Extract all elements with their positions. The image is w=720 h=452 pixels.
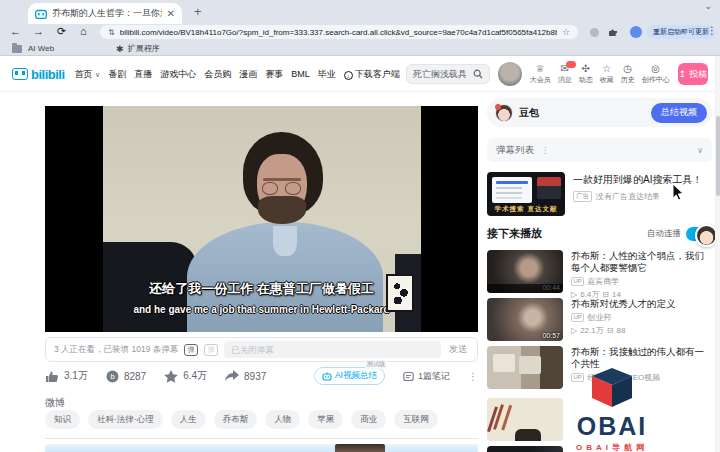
tag-item[interactable]: 人物 <box>265 410 300 429</box>
jobs-beard <box>258 196 306 224</box>
doubao-avatar <box>495 104 513 122</box>
doubao-plugin-bar: 豆包 总结视频 <box>487 98 712 127</box>
favorite-button[interactable]: 6.4万 <box>164 369 207 383</box>
thumb-up-icon <box>45 370 59 383</box>
nav-bangumi[interactable]: 番剧 <box>108 68 126 81</box>
danmaku-send-button[interactable]: 发送 <box>447 343 469 356</box>
search-input: 死亡搁浅载具 <box>413 68 469 81</box>
video-player[interactable]: 还给了我一份工作 在惠普工厂做暑假工 and he gave me a job … <box>45 106 478 332</box>
like-button[interactable]: 3.1万 <box>45 369 88 383</box>
search-box[interactable]: 死亡搁浅载具 <box>406 64 490 84</box>
video-title[interactable]: 乔布斯：人性的这个弱点，我们每个人都要警惕它 <box>571 250 712 274</box>
play-count-icon: ▷ <box>571 326 577 335</box>
video-stats-row: 3.1万 b 8287 6.4万 8937 测试版 AI视频总结 1篇笔记 ⋮ <box>45 364 478 388</box>
bookmark-ai-web[interactable]: AI Web <box>28 44 54 53</box>
share-button[interactable]: 8937 <box>225 370 266 382</box>
update-button[interactable]: 重新启动即可更新 <box>647 25 715 39</box>
beta-tag: 测试版 <box>365 360 387 369</box>
danmaku-settings-icon[interactable]: 弹 <box>204 344 218 356</box>
message-badge <box>566 61 576 68</box>
glasses-left <box>262 182 278 195</box>
notes-button[interactable]: 1篇笔记 <box>403 370 450 383</box>
up-next-label: 接下来播放 <box>487 226 542 241</box>
filter-icon[interactable]: ⋮ <box>541 146 549 155</box>
creator-icon: ◎ <box>651 64 660 74</box>
summarize-video-button[interactable]: 总结视频 <box>651 103 707 123</box>
mouse-cursor <box>672 183 685 201</box>
video-thumbnail[interactable]: 00:57 <box>487 298 563 341</box>
tag-item[interactable]: 知识 <box>45 410 80 429</box>
page-scrollbar[interactable] <box>715 56 720 452</box>
tag-item[interactable]: 乔布斯 <box>214 410 258 429</box>
upload-button[interactable]: ↥投稿 <box>678 63 708 85</box>
bottom-banner[interactable] <box>45 444 478 452</box>
ad-title[interactable]: 一款好用到爆的AI搜索工具！ <box>573 174 712 187</box>
danmaku-input[interactable] <box>224 341 441 358</box>
video-title[interactable]: 乔布斯对优秀人才的定义 <box>571 298 712 310</box>
more-options-icon[interactable]: ⋮ <box>468 371 478 382</box>
clock-icon: ◷ <box>623 64 632 74</box>
nav-home[interactable]: 首页 ∨ <box>75 68 101 81</box>
menu-history[interactable]: ◷历史 <box>621 64 635 85</box>
ad-thumbnail[interactable]: 学术搜索 直达文献 <box>487 172 565 216</box>
bilibili-logo[interactable]: bilibili <box>12 67 65 82</box>
browser-menu-icon[interactable]: ⋮ <box>707 25 717 36</box>
tag-item[interactable]: 苹果 <box>308 410 343 429</box>
nav-game-center[interactable]: 游戏中心 <box>160 68 196 81</box>
menu-feed[interactable]: ✣动态 <box>579 64 593 85</box>
doubao-name: 豆包 <box>519 106 645 120</box>
extension-icon[interactable] <box>590 28 599 37</box>
back-button[interactable]: ← <box>10 26 21 37</box>
site-info-icon[interactable]: ⇅ <box>108 28 115 37</box>
user-avatar[interactable] <box>498 62 522 86</box>
search-icon[interactable] <box>473 69 483 79</box>
bookmark-star-icon[interactable]: ☆ <box>562 27 570 37</box>
nav-download-client[interactable]: ↓下载客户端 <box>344 68 400 81</box>
forward-button[interactable]: → <box>33 26 44 37</box>
coin-button[interactable]: b 8287 <box>106 370 146 383</box>
reload-button[interactable]: ⟳ <box>57 26 66 37</box>
extensions-puzzle-icon[interactable] <box>608 27 618 37</box>
upload-icon: ↥ <box>679 69 687 79</box>
chevron-down-icon: ∨ <box>95 71 100 78</box>
share-arrow-icon <box>225 370 239 382</box>
home-button[interactable]: ⌂ <box>80 26 87 37</box>
new-tab-button[interactable]: + <box>194 4 202 19</box>
nav-manga[interactable]: 漫画 <box>239 68 257 81</box>
coin-icon: b <box>106 370 119 383</box>
bookmark-extensions[interactable]: ✱ 扩展程序 <box>116 43 160 54</box>
menu-creator-center[interactable]: ◎创作中心 <box>642 64 670 85</box>
favorite-star-icon <box>164 370 178 383</box>
video-thumbnail[interactable]: 00:44 <box>487 250 563 293</box>
nav-bml[interactable]: BML <box>291 69 310 79</box>
tab-close-icon[interactable]: ✕ <box>167 9 175 19</box>
related-video-2[interactable]: 00:57 乔布斯对优秀人才的定义 UP创业邦 ▷22.1万⊟88 <box>487 298 712 341</box>
ai-summary-wrap: 测试版 AI视频总结 <box>314 367 385 385</box>
nav-esports[interactable]: 赛事 <box>265 68 283 81</box>
autoplay-label: 自动连播 <box>647 228 681 240</box>
ai-summary-button[interactable]: AI视频总结 <box>314 367 385 385</box>
user-menu: ♕大会员 ✉消息 ✣动态 ☆收藏 ◷历史 ◎创作中心 <box>530 64 670 85</box>
tag-item[interactable]: 商业 <box>351 410 386 429</box>
nav-graduation[interactable]: 毕业 <box>318 68 336 81</box>
screen: 乔布斯的人生哲学：一旦你意… ✕ + ⌄ ← → ⟳ ⌂ ⇅ bilibili.… <box>0 0 720 452</box>
menu-vip[interactable]: ♕大会员 <box>530 64 551 85</box>
tag-item[interactable]: 社科·法律·心理 <box>88 410 163 429</box>
tag-item[interactable]: 人生 <box>171 410 206 429</box>
menu-messages[interactable]: ✉消息 <box>558 64 572 85</box>
danmaku-toggle-icon[interactable]: 弹 <box>184 344 198 356</box>
jobs-shirt <box>187 222 383 332</box>
scrollbar-thumb[interactable] <box>716 116 720 196</box>
related-video-1[interactable]: 00:44 乔布斯：人性的这个弱点，我们每个人都要警惕它 UP嘉宾商学 ▷6.4… <box>487 250 712 300</box>
chevron-down-icon[interactable]: ∨ <box>697 146 703 155</box>
window-chevron-icon[interactable]: ⌄ <box>704 1 712 11</box>
nav-live[interactable]: 直播 <box>134 68 152 81</box>
tag-list: 知识 社科·法律·心理 人生 乔布斯 人物 苹果 商业 互联网 <box>45 410 478 429</box>
browser-profile-avatar[interactable] <box>630 26 642 38</box>
tag-item[interactable]: 互联网 <box>394 410 438 429</box>
address-bar[interactable]: ⇅ bilibili.com/video/BV18h411o7Go/?spm_i… <box>100 25 578 39</box>
nav-vip-shop[interactable]: 会员购 <box>204 68 231 81</box>
browser-tab[interactable]: 乔布斯的人生哲学：一旦你意… ✕ <box>28 3 182 24</box>
danmaku-list-bar[interactable]: 弹幕列表 ⋮ ∨ <box>487 138 712 162</box>
menu-favorites[interactable]: ☆收藏 <box>600 64 614 85</box>
